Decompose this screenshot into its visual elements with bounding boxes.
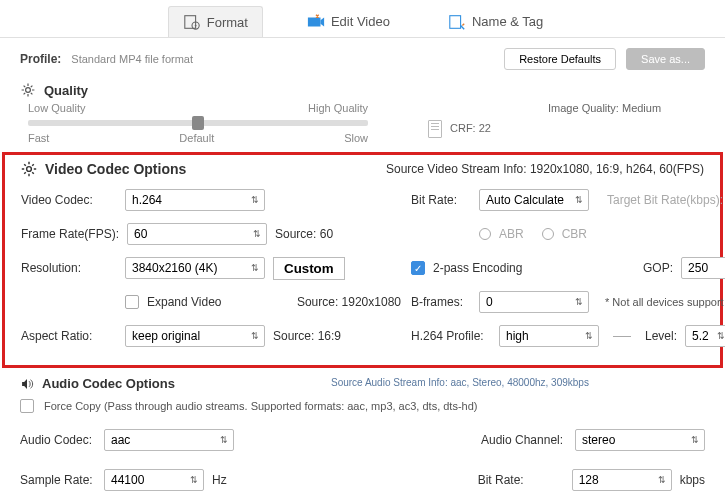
quality-slider[interactable] [28,120,368,126]
cbr-label: CBR [562,227,587,241]
resolution-select[interactable]: 3840x2160 (4K) [125,257,265,279]
audio-codec-label: Audio Codec: [20,433,96,447]
video-codec-title: Video Codec Options [45,161,186,177]
force-copy-label: Force Copy (Pass through audio streams. … [44,400,477,412]
video-codec-label: Video Codec: [21,193,117,207]
twopass-label: 2-pass Encoding [433,261,522,275]
quality-header: Quality [0,78,725,102]
level-select[interactable]: 5.2 [685,325,725,347]
cbr-radio[interactable] [542,228,554,240]
force-copy-checkbox[interactable] [20,399,34,413]
quality-block: Low Quality High Quality Fast Default Sl… [0,102,725,150]
document-icon [428,120,442,138]
custom-button[interactable]: Custom [273,257,345,280]
fast-label: Fast [28,132,49,144]
tab-label: Format [207,15,248,30]
aspect-ratio-select[interactable]: keep original [125,325,265,347]
audio-codec-title: Audio Codec Options [42,376,175,391]
slider-thumb[interactable] [192,116,204,130]
expand-video-label: Expand Video [147,295,222,309]
bitrate-select[interactable]: Auto Calculate [479,189,589,211]
edit-video-icon [307,13,325,31]
format-icon [183,13,201,31]
name-tag-icon [448,13,466,31]
image-quality-text: Image Quality: Medium [548,102,661,114]
save-as-button[interactable]: Save as... [626,48,705,70]
aspect-ratio-label: Aspect Ratio: [21,329,117,343]
slow-label: Slow [344,132,368,144]
tab-format[interactable]: Format [168,6,263,37]
tabs-bar: Format Edit Video Name & Tag [0,0,725,38]
bitrate-label: Bit Rate: [411,193,471,207]
resolution-label: Resolution: [21,261,117,275]
audio-codec-select[interactable]: aac [104,429,234,451]
h264-profile-select[interactable]: high [499,325,599,347]
video-codec-select[interactable]: h.264 [125,189,265,211]
hz-label: Hz [212,473,227,487]
fps-source: Source: 60 [275,227,333,241]
kbps-label: kbps [680,473,705,487]
profile-value: Standard MP4 file format [71,53,494,65]
fps-select[interactable]: 60 [127,223,267,245]
abr-label: ABR [499,227,524,241]
bframes-label: B-frames: [411,295,471,309]
abr-radio[interactable] [479,228,491,240]
profile-row: Profile: Standard MP4 file format Restor… [0,38,725,78]
profile-label: Profile: [20,52,61,66]
tab-label: Edit Video [331,14,390,29]
audio-source-info: Source Audio Stream Info: aac, Stereo, 4… [195,377,725,388]
audio-codec-header: Audio Codec Options [0,374,195,393]
dash-connector [613,336,631,337]
high-quality-label: High Quality [308,102,368,114]
video-codec-section: Video Codec Options Source Video Stream … [2,152,723,368]
svg-point-6 [27,167,32,172]
bframes-note: * Not all devices support l [605,296,725,308]
fps-label: Frame Rate(FPS): [21,227,119,241]
crf-text: CRF: 22 [450,122,491,134]
low-quality-label: Low Quality [28,102,85,114]
twopass-checkbox[interactable]: ✓ [411,261,425,275]
audio-channel-select[interactable]: stereo [575,429,705,451]
svg-rect-3 [308,17,321,26]
svg-point-5 [26,88,31,93]
tab-edit-video[interactable]: Edit Video [293,6,404,37]
audio-channel-label: Audio Channel: [481,433,567,447]
sample-rate-label: Sample Rate: [20,473,96,487]
gear-icon [20,82,36,98]
svg-rect-4 [450,15,461,28]
aspect-ratio-source: Source: 16:9 [273,329,341,343]
bframes-select[interactable]: 0 [479,291,589,313]
tab-name-tag[interactable]: Name & Tag [434,6,557,37]
source-video-info: Source Video Stream Info: 1920x1080, 16:… [386,162,704,176]
gop-label: GOP: [643,261,673,275]
h264-profile-label: H.264 Profile: [411,329,491,343]
restore-defaults-button[interactable]: Restore Defaults [504,48,616,70]
audio-bitrate-label: Bit Rate: [478,473,564,487]
gop-input[interactable] [681,257,725,279]
quality-title: Quality [44,83,88,98]
gear-icon [21,161,37,177]
speaker-icon [20,377,34,391]
sample-rate-select[interactable]: 44100 [104,469,204,491]
level-label: Level: [645,329,677,343]
target-bitrate-label: Target Bit Rate(kbps): [607,193,723,207]
expand-video-checkbox[interactable] [125,295,139,309]
audio-bitrate-select[interactable]: 128 [572,469,672,491]
resolution-source: Source: 1920x1080 [297,295,401,309]
svg-point-2 [194,25,196,27]
tab-label: Name & Tag [472,14,543,29]
audio-codec-section: Force Copy (Pass through audio streams. … [0,393,725,501]
default-label: Default [179,132,214,144]
